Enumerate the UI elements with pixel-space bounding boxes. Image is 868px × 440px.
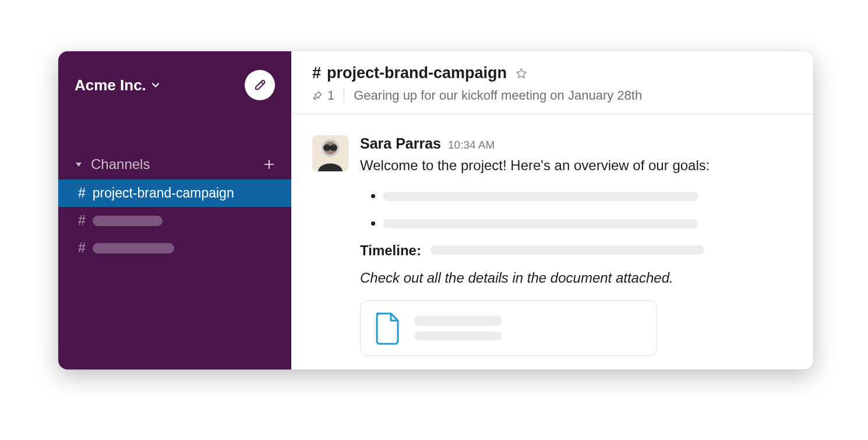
channels-toggle[interactable]: Channels [75,156,150,173]
channel-name-placeholder [93,243,174,254]
star-icon [515,67,528,80]
message-timestamp[interactable]: 10:34 AM [448,139,495,152]
hash-icon: # [78,213,86,228]
app-window: Acme Inc. Channels [58,51,813,369]
message-list: Sara Parras 10:34 AM Welcome to the proj… [291,114,813,356]
channel-header: # project-brand-campaign 1 Gearing [291,51,813,114]
pin-icon [312,90,323,101]
channel-item-placeholder[interactable]: # [58,234,291,262]
sidebar: Acme Inc. Channels [58,51,291,369]
channel-name-placeholder [93,216,163,226]
file-meta [414,316,502,340]
pinned-items[interactable]: 1 [312,88,334,103]
channel-title-text: project-brand-campaign [327,64,507,82]
message-footer: Check out all the details in the documen… [360,267,792,288]
caret-down-icon [75,160,83,168]
star-button[interactable] [515,67,528,80]
hash-icon: # [78,185,86,201]
list-item [383,212,792,233]
pinned-count: 1 [327,88,334,103]
compose-button[interactable] [245,70,275,100]
channels-section-header: Channels [58,156,291,173]
avatar[interactable] [312,135,348,171]
list-item [383,184,792,206]
hash-icon: # [78,240,86,256]
timeline-row: Timeline: [360,240,792,261]
text-placeholder [383,219,698,228]
channel-item-placeholder[interactable]: # [58,207,291,234]
workspace-header: Acme Inc. [58,70,291,100]
divider [344,89,344,102]
message-header: Sara Parras 10:34 AM [360,135,792,152]
text-placeholder [383,192,698,201]
channel-title-row: # project-brand-campaign [312,64,792,82]
file-info-placeholder [414,332,502,340]
plus-icon [263,159,275,170]
channel-name: project-brand-campaign [93,185,234,201]
message-text: Welcome to the project! Here's an overvi… [360,154,792,288]
file-name-placeholder [414,316,502,326]
channel-title[interactable]: # project-brand-campaign [312,64,507,82]
add-channel-button[interactable] [263,159,275,170]
text-placeholder [431,245,704,255]
channel-topic[interactable]: Gearing up for our kickoff meeting on Ja… [354,88,642,103]
chevron-down-icon [151,80,160,90]
channels-label: Channels [91,156,150,173]
timeline-label: Timeline: [360,240,421,261]
message-body: Sara Parras 10:34 AM Welcome to the proj… [360,135,792,356]
channel-sub-row: 1 Gearing up for our kickoff meeting on … [312,88,792,103]
compose-icon [253,78,267,92]
hash-icon: # [312,64,321,82]
message: Sara Parras 10:34 AM Welcome to the proj… [312,135,792,356]
workspace-name: Acme Inc. [75,76,146,94]
workspace-switcher[interactable]: Acme Inc. [75,76,160,94]
goals-list [360,184,792,233]
channel-item-project-brand-campaign[interactable]: # project-brand-campaign [58,179,291,207]
message-intro: Welcome to the project! Here's an overvi… [360,154,792,176]
avatar-image [312,135,348,171]
file-attachment[interactable] [360,300,657,356]
message-author[interactable]: Sara Parras [360,135,441,152]
document-icon [373,311,401,345]
main-panel: # project-brand-campaign 1 Gearing [291,51,813,369]
